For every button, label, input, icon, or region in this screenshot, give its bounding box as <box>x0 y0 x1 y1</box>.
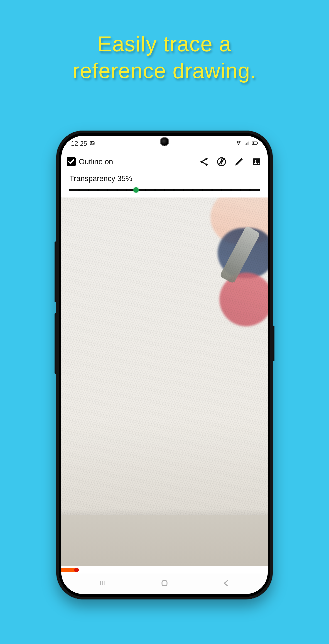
canvas-area[interactable] <box>61 198 268 566</box>
promo-heading: Easily trace a reference drawing. <box>0 30 329 84</box>
outline-checkbox[interactable] <box>67 157 76 166</box>
transparency-panel: Transparency 35% <box>61 171 268 198</box>
camera-hole <box>161 138 168 146</box>
record-bar <box>61 566 268 574</box>
outline-label: Outline on <box>79 158 113 166</box>
signal-icon <box>244 140 249 148</box>
battery-icon <box>252 140 258 148</box>
svg-rect-21 <box>162 581 167 586</box>
slider-thumb[interactable] <box>133 187 139 193</box>
promo-line-1: Easily trace a <box>98 32 231 56</box>
svg-rect-7 <box>248 142 249 145</box>
svg-point-2 <box>238 144 239 145</box>
svg-rect-6 <box>247 142 248 145</box>
wifi-icon: + <box>236 140 242 148</box>
recent-apps-button[interactable] <box>96 578 110 588</box>
picture-icon <box>90 140 95 148</box>
svg-point-13 <box>205 164 208 166</box>
app-toolbar: Outline on <box>61 151 268 171</box>
transparency-slider[interactable] <box>69 189 260 191</box>
svg-rect-4 <box>245 144 246 145</box>
svg-rect-0 <box>90 142 94 145</box>
phone-frame: 12:25 + Outline on <box>56 130 273 599</box>
share-icon[interactable] <box>198 156 210 168</box>
svg-text:+: + <box>240 140 241 142</box>
svg-point-17 <box>255 160 256 162</box>
svg-point-11 <box>205 158 208 160</box>
canvas-bottom-strip <box>61 509 268 566</box>
back-button[interactable] <box>219 578 233 588</box>
phone-screen: 12:25 + Outline on <box>61 136 268 594</box>
home-button[interactable] <box>157 578 172 588</box>
system-nav-bar <box>61 574 268 593</box>
edit-icon[interactable] <box>233 156 245 168</box>
svg-point-12 <box>200 161 203 163</box>
status-time: 12:25 <box>71 140 87 148</box>
svg-rect-9 <box>257 142 258 144</box>
transparency-label: Transparency 35% <box>69 174 260 183</box>
image-icon[interactable] <box>251 156 262 168</box>
promo-line-2: reference drawing. <box>72 59 257 83</box>
svg-rect-5 <box>246 143 247 145</box>
flash-off-icon[interactable] <box>216 156 227 168</box>
record-progress[interactable] <box>61 568 78 572</box>
